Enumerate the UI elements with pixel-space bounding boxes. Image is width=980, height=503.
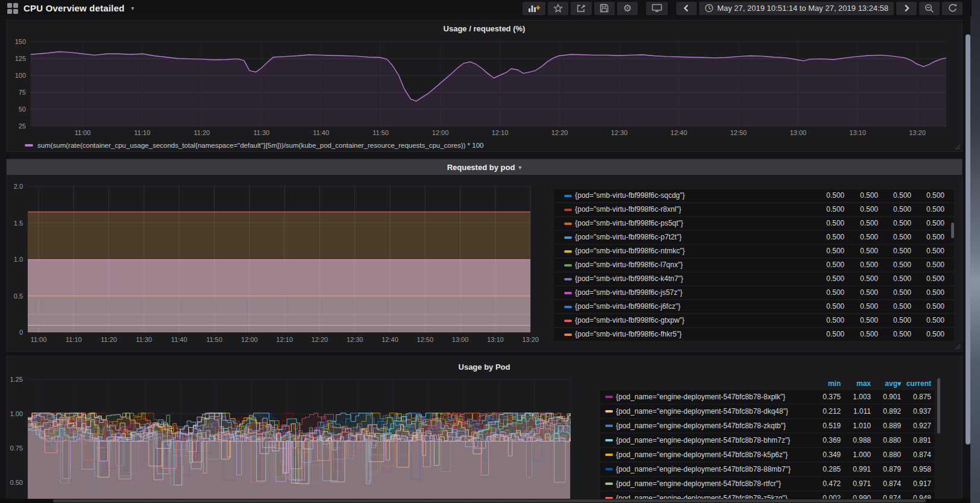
time-range-text: May 27, 2019 10:51:14 to May 27, 2019 13… xyxy=(717,4,888,13)
usage-requested-chart[interactable]: 15012510075502511:0011:1011:2011:3011:40… xyxy=(7,21,962,151)
legend-row[interactable]: {pod_name="engine-deployment-547bfc8b78-… xyxy=(600,390,935,403)
legend-value: 0.500 xyxy=(913,191,944,200)
legend-row[interactable]: {pod="smb-virtu-fbf998f6c-fhkr5"}0.5000.… xyxy=(554,328,954,341)
star-button[interactable] xyxy=(548,2,568,15)
dashboard-title[interactable]: CPU Overview detailed xyxy=(24,3,125,13)
legend-value: 0.500 xyxy=(913,261,944,269)
legend-value: 0.500 xyxy=(880,261,911,269)
svg-text:12:10: 12:10 xyxy=(276,336,293,343)
legend-pod-label: {pod_name="engine-deployment-547bfc8b78-… xyxy=(616,393,785,401)
legend-pod-label: {pod="smb-virtu-fbf998f6c-js57z"} xyxy=(575,288,682,297)
legend-value: 0.892 xyxy=(870,407,901,416)
legend-value: 0.500 xyxy=(913,330,944,338)
requested-by-pod-chart[interactable]: 2.01.51.00.5011:0011:1011:2011:3011:4011… xyxy=(7,159,549,351)
legend-row[interactable]: {pod_name="engine-deployment-547bfc8b78-… xyxy=(600,477,935,490)
legend-swatch xyxy=(605,396,613,398)
horizontal-scrollbar-handle[interactable] xyxy=(53,499,926,502)
svg-text:11:30: 11:30 xyxy=(136,336,152,343)
time-back-button[interactable] xyxy=(676,2,697,15)
legend-pod-label: {pod="smb-virtu-fbf998f6c-l7qnx"} xyxy=(575,261,683,269)
svg-text:12:20: 12:20 xyxy=(551,129,568,136)
legend-scrollbar[interactable] xyxy=(951,223,954,238)
legend-row[interactable]: {pod_name="engine-deployment-547bfc8b78-… xyxy=(600,405,935,418)
legend-value: 0.500 xyxy=(847,274,878,283)
legend-value: 0.500 xyxy=(880,288,911,297)
legend-value: 0.937 xyxy=(900,407,931,416)
svg-text:11:00: 11:00 xyxy=(75,129,91,136)
legend-row[interactable]: {pod="smb-virtu-fbf998f6c-js57z"}0.5000.… xyxy=(554,286,954,299)
legend-value: 0.500 xyxy=(913,316,944,324)
svg-text:12:20: 12:20 xyxy=(312,336,328,343)
save-icon xyxy=(600,4,609,13)
legend-value: 0.500 xyxy=(880,330,911,338)
panel-resize-handle[interactable] xyxy=(955,145,960,150)
legend-swatch xyxy=(564,209,572,211)
legend-row[interactable]: {pod="smb-virtu-fbf998f6c-j6fcz"}0.5000.… xyxy=(554,300,954,313)
refresh-icon xyxy=(947,4,957,13)
page-scrollbar[interactable] xyxy=(966,34,970,444)
svg-text:25: 25 xyxy=(19,122,26,130)
legend-swatch xyxy=(564,320,572,322)
legend-row[interactable]: {pod_name="engine-deployment-547bfc8b78-… xyxy=(600,434,935,447)
legend-value: 1.011 xyxy=(840,407,871,416)
legend-pod-label: {pod="smb-virtu-fbf998f6c-ntmkc"} xyxy=(575,247,685,255)
legend-value: 0.879 xyxy=(870,465,901,473)
legend-row[interactable]: {pod="smb-virtu-fbf998f6c-gtxpw"}0.5000.… xyxy=(554,314,954,327)
legend-row[interactable]: {pod="smb-virtu-fbf998f6c-k4tn7"}0.5000.… xyxy=(554,273,954,285)
legend-value: 0.889 xyxy=(870,422,901,430)
usage-by-pod-chart[interactable]: 1.251.000.750.50 xyxy=(7,356,585,502)
legend-value: 0.500 xyxy=(913,233,944,241)
legend-row[interactable]: {pod="smb-virtu-fbf998f6c-l7qnx"}0.5000.… xyxy=(554,259,954,271)
legend-row[interactable]: {pod="smb-virtu-fbf998f6c-ntmkc"}0.5000.… xyxy=(554,245,954,258)
legend-value: 0.891 xyxy=(900,436,931,444)
star-icon xyxy=(553,4,563,13)
legend-value: 0.988 xyxy=(840,436,871,444)
gear-icon: ⚙ xyxy=(623,4,632,13)
svg-text:11:10: 11:10 xyxy=(66,336,82,343)
legend-row[interactable]: {pod="smb-virtu-fbf998f6c-ps5qt"}0.5000.… xyxy=(554,217,954,230)
legend-value: 0.500 xyxy=(880,191,911,200)
legend-row[interactable]: {pod_name="engine-deployment-547bfc8b78-… xyxy=(600,448,935,461)
zoom-out-icon xyxy=(925,4,934,13)
legend-value: 0.500 xyxy=(813,261,844,269)
svg-text:11:50: 11:50 xyxy=(372,129,389,136)
legend-value: 0.500 xyxy=(813,316,844,324)
legend-swatch xyxy=(564,223,572,225)
legend-row[interactable]: {pod_name="engine-deployment-547bfc8b78-… xyxy=(600,463,935,476)
svg-text:12:50: 12:50 xyxy=(730,129,747,136)
zoom-out-button[interactable] xyxy=(919,2,940,15)
legend-value: 0.500 xyxy=(813,233,844,241)
legend-value: 0.500 xyxy=(913,274,944,283)
legend-query-text: sum(sum(rate(container_cpu_usage_seconds… xyxy=(37,142,483,149)
legend-row[interactable]: {pod="smb-virtu-fbf998f6c-p7t2t"}0.5000.… xyxy=(554,231,954,244)
legend-swatch xyxy=(564,250,572,253)
legend-value: 0.917 xyxy=(900,479,931,488)
add-panel-button[interactable] xyxy=(523,2,545,15)
time-range-button[interactable]: May 27, 2019 10:51:14 to May 27, 2019 13… xyxy=(699,2,894,15)
time-forward-button[interactable] xyxy=(896,2,917,15)
share-button[interactable] xyxy=(571,2,592,15)
legend-swatch xyxy=(564,334,572,336)
legend-row[interactable]: {pod="smb-virtu-fbf998f6c-r8xnl"}0.5000.… xyxy=(554,203,954,216)
dashboards-grid-icon[interactable] xyxy=(7,3,18,14)
panel-usage-by-pod: Usage by Pod 1.251.000.750.50 minmaxavg▾… xyxy=(6,356,963,503)
legend-scrollbar[interactable] xyxy=(937,378,940,434)
legend-swatch xyxy=(564,236,572,239)
refresh-button[interactable] xyxy=(942,2,963,15)
legend-item-query[interactable]: sum(sum(rate(container_cpu_usage_seconds… xyxy=(25,142,483,149)
legend-value: 0.500 xyxy=(913,302,944,311)
legend-value: 0.349 xyxy=(809,451,841,459)
svg-text:1.5: 1.5 xyxy=(14,220,23,227)
svg-text:50: 50 xyxy=(19,106,26,113)
svg-text:1.0: 1.0 xyxy=(14,256,23,263)
panel-resize-handle[interactable] xyxy=(955,344,960,349)
legend-sort-current[interactable]: current xyxy=(895,379,931,388)
legend-pod-label: {pod="smb-virtu-fbf998f6c-j6fcz"} xyxy=(575,302,680,311)
cycle-view-button[interactable] xyxy=(646,2,668,15)
add-panel-icon xyxy=(528,4,540,13)
legend-swatch xyxy=(564,292,572,294)
save-button[interactable] xyxy=(594,2,615,15)
legend-row[interactable]: {pod_name="engine-deployment-547bfc8b78-… xyxy=(600,419,935,432)
settings-button[interactable]: ⚙ xyxy=(617,2,638,15)
legend-row[interactable]: {pod="smb-virtu-fbf998f6c-sqcdg"}0.5000.… xyxy=(554,189,954,202)
